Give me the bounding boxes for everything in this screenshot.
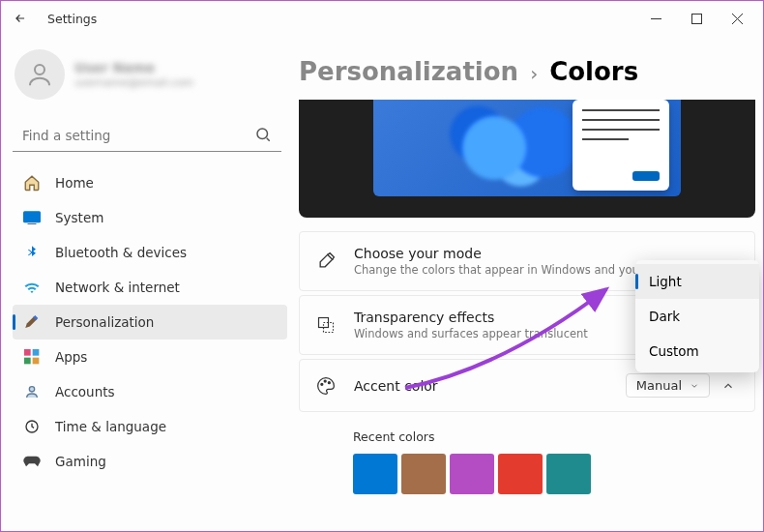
color-swatch[interactable] [546,454,591,494]
svg-point-3 [257,129,268,139]
theme-preview [299,100,755,218]
user-account[interactable]: User Name username@email.com [13,40,287,115]
gaming-icon [22,452,42,471]
search-field-container [13,119,281,152]
sidebar-item-personalization[interactable]: Personalization [13,305,287,340]
color-swatch[interactable] [498,454,543,494]
recent-color-swatches [299,454,755,494]
sidebar-item-label: Home [55,175,94,191]
titlebar: Settings [1,1,763,36]
breadcrumb: Personalization › Colors [299,36,755,98]
color-swatch[interactable] [353,454,397,494]
system-icon [22,208,42,227]
sidebar-item-bluetooth[interactable]: Bluetooth & devices [13,235,287,270]
home-icon [22,173,42,192]
mode-option-dark[interactable]: Dark [635,299,759,334]
sidebar-item-home[interactable]: Home [13,165,287,200]
sidebar-item-label: Network & internet [55,280,180,295]
color-swatch[interactable] [450,454,494,494]
svg-rect-7 [33,349,40,356]
color-swatch[interactable] [401,454,446,494]
sidebar-item-label: Bluetooth & devices [55,245,187,260]
sidebar: User Name username@email.com Home System… [1,36,293,531]
breadcrumb-parent[interactable]: Personalization [299,57,518,86]
svg-rect-5 [28,223,37,224]
brush-icon [315,251,337,272]
sidebar-item-label: Personalization [55,314,154,330]
minimize-button[interactable] [635,3,676,34]
chevron-down-icon [690,381,699,391]
window-title: Settings [47,12,97,26]
avatar [15,49,65,100]
svg-point-15 [324,380,326,382]
accounts-icon [22,382,42,401]
sidebar-item-label: System [55,210,103,225]
sidebar-item-label: Apps [55,349,87,365]
maximize-button[interactable] [676,3,717,34]
chevron-right-icon: › [530,62,538,85]
svg-point-10 [29,387,34,392]
sidebar-item-label: Time & language [55,419,166,434]
card-title: Accent color [354,378,608,394]
sidebar-item-accounts[interactable]: Accounts [13,374,287,409]
expand-button[interactable] [718,375,739,397]
personalization-icon [22,312,42,332]
sidebar-item-network[interactable]: Network & internet [13,270,287,305]
palette-icon [315,375,337,397]
transparency-icon [315,314,337,336]
sidebar-item-gaming[interactable]: Gaming [13,444,287,479]
recent-colors-label: Recent colors [299,416,755,454]
user-name: User Name [74,60,193,75]
mode-option-custom[interactable]: Custom [635,334,759,369]
svg-point-2 [35,65,44,74]
card-title: Choose your mode [354,246,739,261]
nav-list: Home System Bluetooth & devices Network … [13,165,287,479]
sidebar-item-system[interactable]: System [13,200,287,235]
apps-icon [22,347,42,367]
bluetooth-icon [22,243,42,262]
recent-colors-section: Recent colors [299,416,755,494]
close-button[interactable] [717,3,757,34]
back-button[interactable] [7,5,34,32]
mode-dropdown: Light Dark Custom [635,260,759,372]
sidebar-item-label: Gaming [55,454,106,469]
main-content: Personalization › Colors Choose your mod… [293,36,763,531]
svg-rect-1 [691,14,701,23]
svg-point-14 [321,383,323,385]
svg-rect-4 [23,211,41,222]
window-controls [635,3,757,34]
user-email: username@email.com [74,76,193,89]
wifi-icon [22,278,42,297]
mode-option-light[interactable]: Light [635,264,759,299]
search-input[interactable] [13,119,281,152]
clock-icon [22,417,42,436]
svg-rect-9 [33,358,40,365]
svg-rect-8 [24,358,31,365]
svg-point-16 [328,381,330,383]
preview-window [573,100,669,191]
accent-mode-select[interactable]: Manual [626,373,710,398]
search-icon [254,126,272,143]
sidebar-item-time[interactable]: Time & language [13,409,287,444]
page-title: Colors [549,57,638,86]
sidebar-item-apps[interactable]: Apps [13,340,287,374]
sidebar-item-label: Accounts [55,384,115,399]
svg-rect-6 [24,349,31,356]
